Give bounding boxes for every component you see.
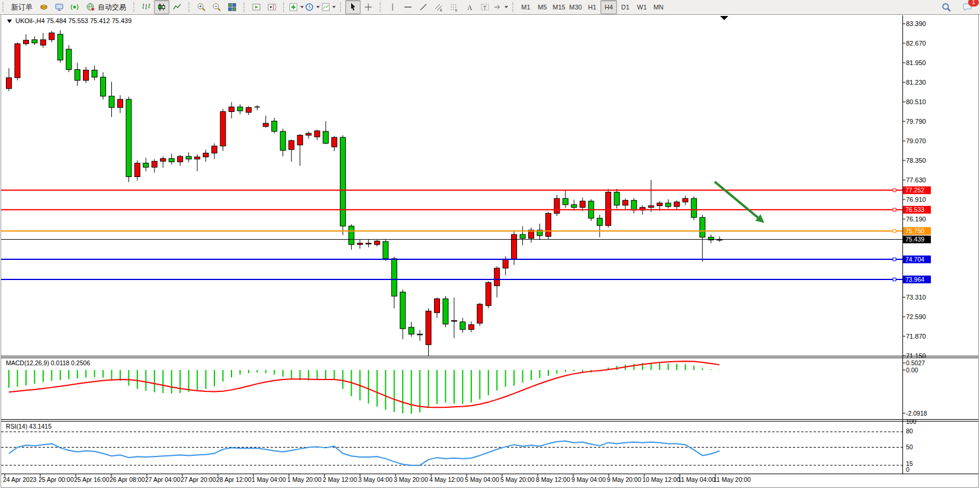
horizontal-line-button[interactable]: [400, 0, 416, 14]
date-label: 8 May 12:00: [536, 476, 570, 483]
line-handle[interactable]: [893, 189, 896, 192]
date-label: 2 May 12:00: [323, 476, 357, 483]
dropdown-caret-icon: [316, 6, 320, 8]
chart-shift-button[interactable]: [264, 0, 279, 14]
zoom-group: [186, 0, 241, 14]
chart-window[interactable]: 83.39082.67081.95081.23080.51079.79079.0…: [0, 14, 980, 489]
market-watch-button[interactable]: [36, 0, 52, 14]
zoom-out-button[interactable]: [209, 0, 224, 14]
toolbar-grip: [340, 2, 343, 12]
price-tick-label: 72.590: [906, 313, 926, 320]
rsi-tick-label: 0: [906, 466, 910, 473]
crosshair-button[interactable]: [361, 0, 376, 14]
cursor-button[interactable]: [345, 0, 361, 14]
timeframe-h1-button[interactable]: H1: [584, 0, 600, 14]
line-handle[interactable]: [893, 208, 896, 211]
price-tick-label: 83.390: [906, 20, 926, 27]
text-button[interactable]: A: [462, 0, 477, 14]
candle: [691, 197, 696, 220]
arrows-button[interactable]: [493, 0, 509, 14]
toolbar-grip: [2, 2, 5, 12]
line-handle[interactable]: [893, 278, 896, 281]
indicators-button[interactable]: [288, 0, 304, 14]
vertical-line-button[interactable]: [385, 0, 400, 14]
timeframe-m1-button[interactable]: M1: [518, 0, 534, 14]
market-watch-icon: [39, 2, 49, 12]
text-label-button[interactable]: T: [477, 0, 493, 14]
bar-chart-button[interactable]: [139, 0, 154, 14]
chat-button[interactable]: 1: [960, 0, 975, 14]
trendline-button[interactable]: [416, 0, 431, 14]
rsi-tick-label: 100: [906, 418, 917, 425]
timeframe-m30-button[interactable]: M30: [567, 0, 584, 14]
price-tick-label: 81.950: [906, 59, 926, 66]
autotrading-button[interactable]: 自动交易: [82, 0, 130, 14]
svg-text:E: E: [440, 8, 442, 12]
date-label: 28 Apr 12:00: [216, 476, 252, 483]
text-a-icon: A: [465, 2, 474, 12]
timeframe-w1-button[interactable]: W1: [634, 0, 650, 14]
search-button[interactable]: [939, 0, 954, 14]
svg-text:F: F: [455, 9, 458, 12]
fibonacci-icon: F: [449, 2, 459, 12]
dropdown-caret-icon: [505, 6, 508, 8]
autotrading-label: 自动交易: [98, 2, 126, 12]
candle: [66, 45, 72, 72]
signals-button[interactable]: [67, 0, 82, 14]
candle: [126, 96, 131, 182]
line-handle[interactable]: [893, 258, 896, 261]
toolbar-grip: [188, 2, 191, 12]
date-label: 24 Apr 2023: [3, 476, 37, 483]
price-tick-label: 80.510: [906, 98, 926, 105]
price-badge-label: 74.704: [905, 256, 924, 263]
timeframe-h4-button[interactable]: H4: [600, 0, 617, 14]
tile-windows-button[interactable]: [224, 0, 240, 14]
price-badge-label: 73.964: [905, 276, 924, 283]
date-label: 10 May 12:00: [642, 476, 680, 483]
timeframe-d1-button[interactable]: D1: [617, 0, 634, 14]
rsi-indicator-label: RSI(14) 43.1415: [6, 423, 52, 430]
mt4-terminal: 新订单 自动交易: [0, 0, 980, 489]
zoom-out-icon: [212, 2, 221, 12]
horizontal-line-icon: [403, 2, 413, 12]
price-badge-label: 77.252: [905, 186, 924, 194]
line-chart-button[interactable]: [169, 0, 185, 14]
auto-scroll-button[interactable]: [249, 0, 264, 14]
price-tick-label: 77.630: [906, 176, 926, 184]
candlestick-chart-button[interactable]: [154, 0, 169, 14]
channel-button[interactable]: E: [431, 0, 446, 14]
chart-frame: [1, 15, 979, 488]
rsi-tick-label: 50: [906, 443, 913, 451]
monitor-icon: [54, 2, 64, 12]
chart-canvas[interactable]: 83.39082.67081.95081.23080.51079.79079.0…: [0, 14, 980, 489]
zoom-in-button[interactable]: [194, 0, 209, 14]
price-tick-label: 76.910: [906, 196, 926, 203]
price-tick-label: 79.070: [906, 137, 926, 144]
symbol-title-text: UKOil-,H4 75.484 75.553 75.412 75.439: [15, 17, 131, 24]
bar-chart-icon: [142, 2, 151, 12]
candle: [383, 239, 388, 261]
date-label: 25 Apr 00:00: [38, 476, 74, 483]
trade-group: 新订单 自动交易: [0, 0, 131, 14]
tile-windows-icon: [227, 2, 237, 12]
line-handle[interactable]: [893, 230, 896, 233]
timeframe-m15-button[interactable]: M15: [551, 0, 567, 14]
toolbar-grip: [512, 2, 515, 12]
new-order-button[interactable]: 新订单: [8, 0, 36, 14]
price-tick-label: 71.150: [906, 352, 926, 359]
timeframe-mn-button[interactable]: MN: [650, 0, 667, 14]
zoom-in-icon: [197, 2, 206, 12]
periods-button[interactable]: [304, 0, 320, 14]
collapse-triangle-icon[interactable]: [7, 20, 12, 23]
line-chart-icon: [172, 2, 182, 12]
symbol-title: UKOil-,H4 75.484 75.553 75.412 75.439: [7, 17, 131, 24]
text-label-icon: T: [480, 2, 490, 12]
templates-button[interactable]: [320, 0, 336, 14]
date-label: 3 May 20:00: [394, 476, 428, 483]
price-tick-label: 73.310: [906, 294, 926, 301]
rsi-tick-label: 80: [906, 427, 913, 435]
timeframe-m5-button[interactable]: M5: [534, 0, 551, 14]
fibonacci-button[interactable]: F: [446, 0, 462, 14]
price-badge-label: 76.533: [905, 206, 924, 213]
navigator-button[interactable]: [52, 0, 67, 14]
